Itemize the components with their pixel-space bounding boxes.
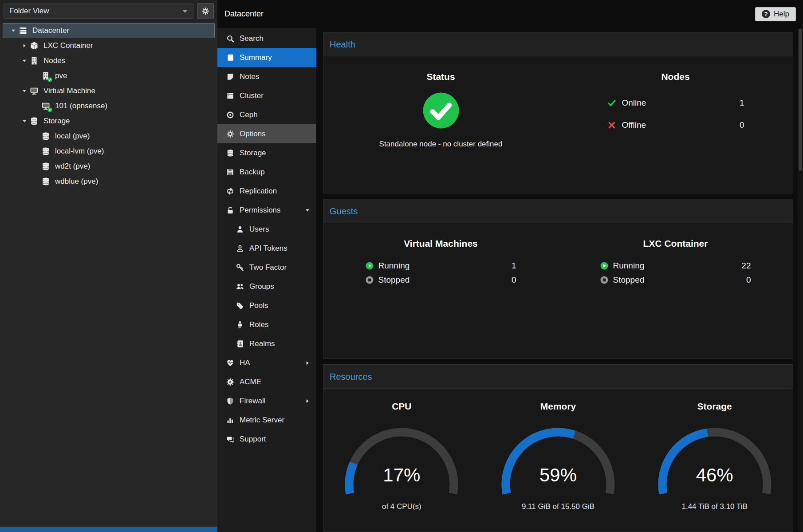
tree-item-pve[interactable]: pve: [3, 68, 215, 83]
tree-item-lxc-container[interactable]: LXC Container: [3, 38, 215, 53]
menu-item-options[interactable]: Options: [217, 124, 316, 143]
tree-item-local-pve[interactable]: local (pve): [3, 129, 215, 144]
menu-item-cluster[interactable]: Cluster: [217, 86, 316, 105]
gauge-percent-value: 46%: [648, 465, 781, 486]
resources-panel-body: CPU17%of 4 CPU(s)Memory59%9.11 GiB of 15…: [323, 389, 793, 532]
bottom-splitter[interactable]: [0, 527, 217, 532]
tree-expander[interactable]: [8, 28, 18, 33]
menu-expander[interactable]: [305, 208, 310, 213]
user-icon-wrap: [235, 225, 245, 234]
tree-item-wdblue-pve[interactable]: wdblue (pve): [3, 174, 215, 189]
caret-right-icon: [305, 398, 310, 404]
tree-item-wd2t-pve[interactable]: wd2t (pve): [3, 159, 215, 174]
content-area: Health Status Standalone node - no clust…: [316, 28, 798, 532]
check-circle-icon: [422, 92, 460, 129]
menu-expander[interactable]: [305, 398, 310, 404]
tree-item-datacenter[interactable]: Datacenter: [3, 23, 215, 38]
male-icon: [236, 321, 244, 329]
gauge-heading: Memory: [480, 401, 637, 412]
proxmox-app: Folder View DatacenterLXC ContainerNodes…: [0, 0, 803, 532]
building-icon-wrap: [29, 56, 39, 66]
menu-item-permissions[interactable]: Permissions: [217, 201, 316, 220]
tree-item-label: Nodes: [43, 56, 65, 65]
menu-item-notes[interactable]: Notes: [217, 67, 316, 86]
play-circle-icon: [366, 262, 374, 270]
gauge-percent-value: 17%: [335, 465, 468, 486]
view-mode-select[interactable]: Folder View: [4, 4, 193, 19]
menu-item-backup[interactable]: Backup: [217, 162, 316, 181]
menu-item-ceph[interactable]: Ceph: [217, 105, 316, 124]
guest-rows: Running1Stopped0: [366, 259, 516, 287]
caret-right-icon: [22, 43, 27, 48]
menu-item-roles[interactable]: Roles: [217, 315, 316, 334]
guest-row-stopped: Stopped0: [600, 273, 751, 287]
gauge-chart: 59%: [492, 419, 625, 499]
menu-item-label: Storage: [240, 149, 266, 158]
menu-item-groups[interactable]: Groups: [217, 277, 316, 296]
datacenter-menu: SearchSummaryNotesClusterCephOptionsStor…: [217, 28, 316, 532]
tree-expander[interactable]: [20, 43, 29, 48]
key-icon: [236, 264, 244, 272]
tree-item-storage[interactable]: Storage: [3, 114, 215, 129]
tree-expander[interactable]: [20, 58, 29, 63]
tree-item-nodes[interactable]: Nodes: [3, 53, 215, 68]
gear-icon: [226, 130, 234, 138]
gear-icon: [201, 7, 209, 15]
user-o-icon: [236, 244, 244, 252]
database-icon-wrap: [225, 148, 235, 158]
menu-item-search[interactable]: Search: [217, 29, 316, 48]
cluster-icon: [226, 92, 234, 100]
help-button[interactable]: ? Help: [755, 7, 796, 21]
tree-item-local-lvm-pve[interactable]: local-lvm (pve): [3, 144, 215, 159]
retweet-icon-wrap: [225, 186, 235, 196]
building-icon: [30, 56, 39, 65]
right-region: Datacenter ? Help SearchSummaryNotesClus…: [217, 0, 803, 532]
cube-icon: [30, 41, 39, 50]
cluster-icon: [19, 26, 28, 35]
tree-item-101-opnsense[interactable]: 101 (opnsense): [3, 99, 215, 114]
database-icon-wrap: [41, 131, 51, 141]
gear-icon-wrap: [225, 129, 235, 139]
node-row-value: 0: [727, 120, 744, 130]
database-icon: [226, 149, 234, 157]
certificate-icon: [226, 378, 234, 386]
menu-item-summary[interactable]: Summary: [217, 48, 316, 67]
heartbeat-icon: [226, 359, 234, 367]
menu-item-metric-server[interactable]: Metric Server: [217, 410, 316, 430]
resource-tree: DatacenterLXC ContainerNodespveVirtual M…: [0, 22, 217, 189]
stop-circle-icon: [600, 276, 609, 284]
tree-expander[interactable]: [20, 88, 29, 94]
menu-item-label: Firewall: [240, 397, 266, 406]
comments-icon-wrap: [225, 434, 235, 444]
key-icon-wrap: [235, 263, 245, 272]
menu-item-label: Roles: [249, 320, 268, 329]
menu-item-ha[interactable]: HA: [217, 353, 316, 372]
database-icon-wrap: [41, 177, 51, 186]
menu-item-label: Cluster: [240, 91, 264, 100]
scrollbar-thumb[interactable]: [799, 29, 802, 171]
resources-panel-title: Resources: [323, 365, 793, 389]
tree-item-virtual-machine[interactable]: Virtual Machine: [3, 83, 215, 99]
tree-expander[interactable]: [20, 118, 29, 124]
menu-item-replication[interactable]: Replication: [217, 181, 316, 201]
menu-item-acme[interactable]: ACME: [217, 372, 316, 391]
guest-row-label: Stopped: [613, 275, 733, 285]
play-badge-icon: [47, 107, 52, 112]
ceph-icon-wrap: [225, 110, 235, 120]
menu-item-pools[interactable]: Pools: [217, 296, 316, 315]
tree-item-label: 101 (opnsense): [55, 102, 107, 110]
menu-item-two-factor[interactable]: Two Factor: [217, 258, 316, 277]
tree-settings-button[interactable]: [197, 3, 214, 19]
tree-item-label: Datacenter: [32, 26, 69, 35]
menu-item-firewall[interactable]: Firewall: [217, 391, 316, 410]
menu-item-storage[interactable]: Storage: [217, 143, 316, 162]
menu-item-label: Search: [240, 34, 264, 43]
menu-item-users[interactable]: Users: [217, 220, 316, 239]
menu-item-api-tokens[interactable]: API Tokens: [217, 239, 316, 258]
menu-expander[interactable]: [305, 360, 310, 366]
menu-item-support[interactable]: Support: [217, 430, 316, 449]
menu-item-label: Metric Server: [240, 416, 284, 425]
menu-item-realms[interactable]: Realms: [217, 334, 316, 353]
content-scrollbar[interactable]: [798, 28, 803, 532]
cluster-icon-wrap: [18, 26, 28, 35]
